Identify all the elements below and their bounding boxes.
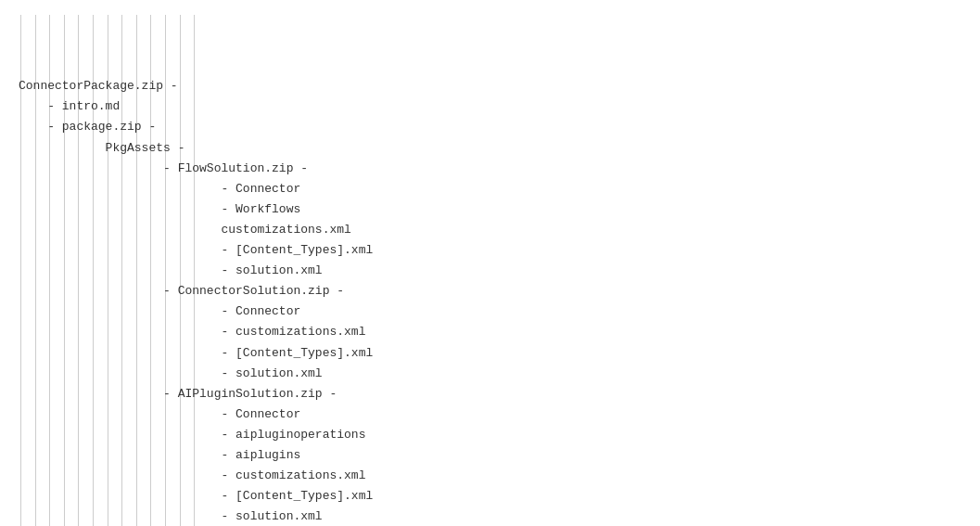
tree-line: - aipluginoperations	[19, 425, 961, 445]
tree-line: - [Content_Types].xml	[19, 486, 961, 507]
tree-line: - solution.xml	[19, 364, 961, 384]
tree-line: - solution.xml	[19, 507, 961, 526]
tree-line: - [Content_Types].xml	[19, 240, 961, 261]
tree-line: PkgAssets -	[19, 138, 961, 159]
tree-line: ConnectorPackage.zip -	[19, 76, 961, 96]
tree-line: customizations.xml	[19, 220, 961, 240]
tree-line: - customizations.xml	[19, 466, 961, 486]
tree-line: - Connector	[19, 301, 961, 322]
tree-line: - Connector	[19, 404, 961, 425]
file-tree: ConnectorPackage.zip - - intro.md - pack…	[19, 15, 961, 526]
tree-line: - Connector	[19, 179, 961, 199]
tree-line: - AIPluginSolution.zip -	[19, 384, 961, 404]
tree-line: - customizations.xml	[19, 322, 961, 342]
tree-line: - Workflows	[19, 199, 961, 220]
tree-line: - aiplugins	[19, 445, 961, 466]
tree-line: - ConnectorSolution.zip -	[19, 281, 961, 301]
tree-line: - [Content_Types].xml	[19, 343, 961, 364]
tree-line: - intro.md	[19, 96, 961, 117]
tree-line: - FlowSolution.zip -	[19, 159, 961, 179]
tree-line: - package.zip -	[19, 117, 961, 137]
tree-line: - solution.xml	[19, 261, 961, 281]
